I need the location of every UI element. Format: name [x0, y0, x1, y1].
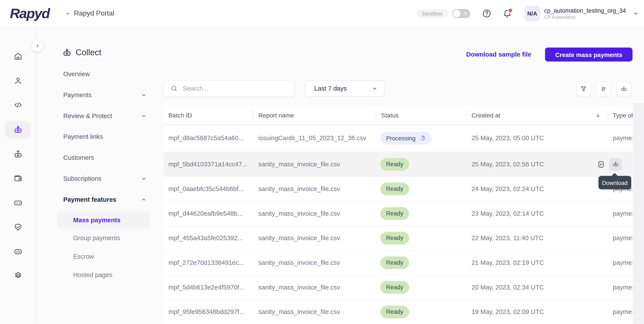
cell-type: payment	[613, 308, 632, 316]
chevron-down-icon	[371, 85, 378, 92]
export-button[interactable]	[616, 81, 631, 96]
collect-icon	[13, 125, 23, 135]
sidebar-item-label: Review & Protect	[63, 112, 112, 120]
cell-type: payment	[613, 259, 632, 266]
clients-icon	[13, 76, 23, 86]
help-button[interactable]	[482, 8, 492, 18]
rail-item-wallet[interactable]	[5, 170, 30, 187]
sidebar-item-overview[interactable]: Overview	[63, 69, 147, 79]
cell-report-name: issuingCards_11_05_2023_12_36.csv	[258, 135, 366, 142]
rail-item-reports[interactable]	[5, 243, 30, 260]
cell-report-name: sanity_mass_invoice_file.csv	[258, 234, 340, 242]
chevron-up-icon	[140, 196, 147, 203]
file-icon[interactable]	[597, 160, 605, 168]
column-separator[interactable]	[376, 108, 376, 122]
sidebar-item-customers[interactable]: Customers	[63, 153, 147, 163]
user-menu-button[interactable]	[632, 10, 639, 17]
create-mass-payments-button[interactable]: Create mass payments	[545, 48, 632, 62]
collect-icon	[62, 48, 72, 57]
sort-icon	[600, 85, 608, 93]
table-row[interactable]: mpf_95fe956348bdd297f...sanity_mass_invo…	[164, 300, 632, 324]
column-header-type[interactable]: Type of	[613, 112, 632, 119]
toggle-off-label: X	[464, 9, 467, 18]
cell-batch-id: mpf_d8ac5687c5a54a60...	[168, 135, 244, 142]
status-badge: Ready	[380, 232, 409, 244]
sidebar-subitem-group-payments[interactable]: Group payments	[73, 233, 120, 243]
date-range-select[interactable]: Last 7 days	[305, 80, 385, 97]
chevron-right-icon	[34, 43, 40, 49]
avatar[interactable]: N/A	[524, 6, 540, 21]
sidebar-item-subscriptions[interactable]: Subscriptions	[63, 173, 147, 184]
table-row[interactable]: mpf_455a43a5fe025392...sanity_mass_invoi…	[164, 226, 632, 251]
sidebar-item-label: Subscriptions	[63, 175, 102, 182]
sidebar-item-label: Customers	[63, 154, 94, 162]
sidebar-subitem-escrow[interactable]: Escrow	[73, 251, 94, 262]
column-separator[interactable]	[608, 108, 608, 122]
rail-item-clients[interactable]	[5, 72, 30, 89]
column-separator[interactable]	[466, 108, 466, 122]
mass-payments-table: Batch ID Report name Status Created at T…	[164, 106, 632, 324]
sidebar-item-payment-links[interactable]: Payment links	[63, 132, 147, 142]
column-separator[interactable]	[253, 108, 253, 122]
chevron-down-icon	[140, 113, 147, 119]
cell-created-at: 24 May, 2023, 02:24 UTC	[472, 185, 544, 192]
cell-type: payment	[613, 283, 632, 291]
rail-item-developers[interactable]	[5, 96, 30, 114]
cell-batch-id: mpf_272e70d1338491ec...	[168, 259, 244, 266]
page-title: Collect	[76, 48, 101, 57]
section-header: Collect	[62, 48, 102, 57]
table-row[interactable]: mpf_0aaebfc35c544b6bf...sanity_mass_invo…	[164, 177, 632, 201]
sidebar-subitem-hosted-pages[interactable]: Hosted pages	[73, 270, 112, 280]
sidebar-item-label: Payment features	[63, 196, 116, 203]
scrollbar-track[interactable]	[633, 103, 644, 324]
rail-item-collect[interactable]	[5, 121, 30, 138]
settings-icon	[13, 271, 23, 281]
rail-item-verify[interactable]	[5, 219, 30, 236]
tooltip-label: Download	[602, 179, 628, 186]
column-header-report-name[interactable]: Report name	[258, 112, 294, 119]
expand-rail-button[interactable]	[32, 40, 43, 52]
download-sample-file-link[interactable]: Download sample file	[466, 51, 531, 58]
cell-batch-id: mpf_95fe956348bdd297f...	[168, 308, 244, 316]
sort-button[interactable]	[596, 81, 611, 96]
date-range-value: Last 7 days	[314, 85, 347, 92]
cell-batch-id: mpf_d44620eafb9e548b...	[168, 210, 243, 217]
rail-item-settings[interactable]	[5, 267, 30, 285]
filter-icon	[580, 85, 587, 93]
sandbox-toggle[interactable]: X	[452, 9, 470, 18]
portal-name: Rapyd Portal	[74, 9, 114, 18]
sidebar-item-review-protect[interactable]: Review & Protect	[63, 111, 147, 121]
rapyd-logo: Rapyd	[10, 4, 50, 22]
portal-switcher[interactable]: Rapyd Portal	[65, 0, 114, 27]
filter-button[interactable]	[576, 81, 591, 96]
chevron-down-icon	[632, 10, 639, 17]
cell-report-name: sanity_mass_invoice_file.csv	[258, 259, 340, 266]
org-name: cp_automation_testing_org_34	[544, 7, 626, 14]
column-header-status[interactable]: Status	[381, 112, 398, 119]
status-label: Ready	[386, 185, 404, 192]
column-header-created-at[interactable]: Created at	[472, 112, 500, 119]
table-row[interactable]: mpf_5bd4103371a14cc47...sanity_mass_invo…	[164, 152, 632, 177]
rail-item-disburse[interactable]	[5, 146, 30, 163]
collect-sidebar: Collect OverviewPaymentsReview & Protect…	[49, 27, 172, 324]
search-input[interactable]	[183, 85, 294, 92]
rail-item-home[interactable]	[5, 48, 30, 65]
sidebar-item-payment-features[interactable]: Payment features	[63, 194, 147, 205]
table-row[interactable]: mpf_5d4b613e2e4f5970f...sanity_mass_invo…	[164, 275, 632, 300]
reports-icon	[13, 247, 23, 257]
cell-type: payment	[613, 234, 632, 242]
notifications-button[interactable]	[502, 8, 512, 18]
table-row[interactable]: mpf_d8ac5687c5a54a60...issuingCards_11_0…	[164, 125, 632, 152]
status-badge: Ready	[380, 306, 409, 318]
sort-descending-icon[interactable]	[595, 112, 601, 118]
sidebar-item-label: Overview	[63, 71, 90, 78]
table-row[interactable]: mpf_d44620eafb9e548b...sanity_mass_invoi…	[164, 201, 632, 226]
sidebar-subitem-mass-payments[interactable]: Mass payments	[73, 215, 120, 226]
row-download-button[interactable]	[609, 158, 622, 170]
table-row[interactable]: mpf_272e70d1338491ec...sanity_mass_invoi…	[164, 250, 632, 275]
status-label: Ready	[386, 259, 404, 266]
cell-batch-id: mpf_5bd4103371a14cc47...	[168, 161, 248, 168]
sidebar-item-payments[interactable]: Payments	[63, 90, 147, 100]
rail-item-card[interactable]	[5, 194, 30, 212]
cell-type: payment	[613, 135, 632, 142]
